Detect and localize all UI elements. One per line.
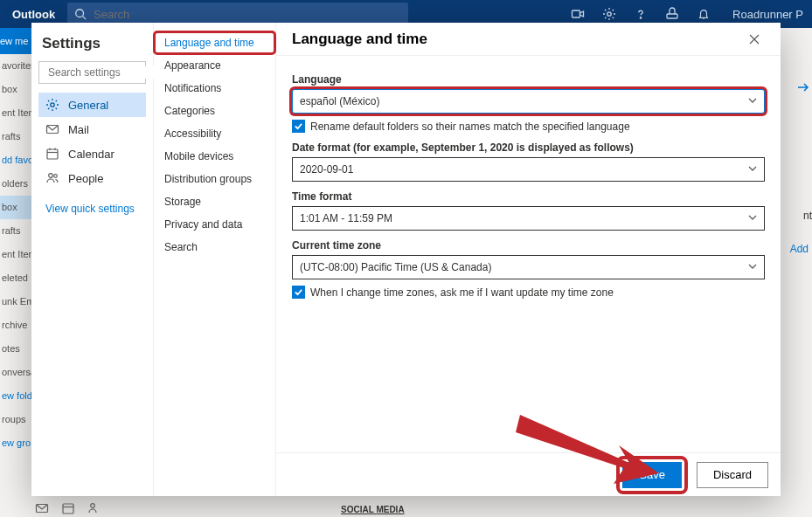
subitem-accessibility[interactable]: Accessibility [154, 122, 275, 145]
help-icon[interactable] [633, 6, 649, 22]
chevron-down-icon [748, 212, 757, 224]
checkbox-checked-icon [292, 120, 305, 133]
settings-subnav: Language and time Appearance Notificatio… [154, 23, 276, 496]
pane-footer: Save Discard [276, 452, 781, 496]
diagnostics-icon[interactable] [664, 6, 680, 22]
folder-list: avorites box ent Item rafts dd favo olde… [0, 54, 31, 517]
pane-header: Language and time [276, 23, 781, 56]
folder-item[interactable]: ent Item [0, 101, 31, 125]
settings-nav: Settings General Mail Calendar People Vi… [31, 23, 154, 496]
subitem-search[interactable]: Search [154, 236, 275, 258]
timezone-select[interactable]: (UTC-08:00) Pacific Time (US & Canada) [292, 255, 765, 279]
settings-gear-icon[interactable] [601, 6, 617, 22]
app-logo: Outlook [0, 8, 67, 21]
close-button[interactable] [744, 29, 765, 50]
subitem-language-and-time[interactable]: Language and time [154, 31, 275, 54]
timezone-value: (UTC-08:00) Pacific Time (US & Canada) [300, 261, 491, 273]
save-button[interactable]: Save [622, 462, 682, 488]
category-label: Calendar [68, 148, 115, 161]
search-icon [74, 8, 87, 20]
peek-text: nt [803, 210, 812, 222]
discard-button[interactable]: Discard [697, 462, 768, 488]
svg-point-3 [607, 12, 611, 16]
save-highlight: Save [616, 456, 688, 494]
calendar-module-icon[interactable] [61, 501, 75, 515]
mail-module-icon[interactable] [35, 501, 49, 515]
view-quick-settings-link[interactable]: View quick settings [38, 203, 146, 215]
pane-body: Language español (México) Rename default… [276, 56, 781, 452]
language-value: español (México) [300, 95, 379, 107]
pane-title: Language and time [292, 31, 427, 48]
global-search-input[interactable] [94, 8, 408, 21]
chevron-down-icon [748, 95, 757, 107]
subitem-appearance[interactable]: Appearance [154, 54, 275, 77]
social-media-heading: SOCIAL MEDIA [341, 505, 405, 514]
notifications-bell-icon[interactable] [696, 6, 711, 22]
time-format-select[interactable]: 1:01 AM - 11:59 PM [292, 206, 765, 231]
category-people[interactable]: People [38, 166, 146, 190]
category-mail[interactable]: Mail [38, 117, 146, 141]
svg-rect-10 [47, 149, 58, 159]
folder-item[interactable]: rafts [0, 125, 31, 148]
gear-icon [45, 98, 59, 112]
user-name[interactable]: Roadrunner P [732, 8, 803, 21]
rename-folders-label: Rename default folders so their names ma… [310, 121, 630, 133]
svg-point-4 [640, 17, 641, 18]
svg-point-15 [54, 175, 58, 178]
meet-now-icon[interactable] [570, 6, 586, 22]
peek-add[interactable]: Add [790, 243, 809, 255]
date-format-value: 2020-09-01 [300, 163, 353, 176]
category-general[interactable]: General [38, 93, 146, 117]
svg-point-22 [91, 504, 95, 508]
folder-item[interactable]: ew fold [0, 384, 31, 408]
module-switcher [35, 501, 101, 515]
subitem-categories[interactable]: Categories [154, 100, 275, 122]
folder-item[interactable]: olders [0, 172, 31, 196]
peek-arrow-icon[interactable] [795, 79, 812, 99]
subitem-notifications[interactable]: Notifications [154, 77, 275, 100]
svg-rect-20 [63, 504, 73, 514]
folder-item[interactable]: ent Item [0, 243, 31, 266]
svg-rect-2 [573, 10, 580, 17]
settings-title: Settings [38, 35, 146, 52]
subitem-storage[interactable]: Storage [154, 190, 275, 213]
svg-point-0 [76, 10, 84, 17]
settings-dialog: Settings General Mail Calendar People Vi… [31, 23, 781, 496]
rename-folders-checkbox[interactable]: Rename default folders so their names ma… [292, 120, 765, 133]
people-icon [45, 171, 59, 185]
timezone-ask-checkbox[interactable]: When I change time zones, ask me if I wa… [292, 286, 765, 299]
svg-rect-5 [667, 14, 677, 18]
subitem-distribution-groups[interactable]: Distribution groups [154, 168, 275, 190]
folder-item[interactable]: rchive [0, 314, 31, 337]
language-select[interactable]: español (México) [292, 89, 765, 114]
chevron-down-icon [748, 163, 757, 176]
mail-icon [45, 122, 59, 136]
chevron-down-icon [748, 261, 757, 273]
folder-item[interactable]: box [0, 78, 31, 101]
svg-line-1 [83, 17, 87, 20]
category-label: General [68, 99, 108, 112]
folder-item[interactable]: dd favo [0, 148, 31, 172]
folder-item[interactable]: eleted I [0, 266, 31, 290]
settings-pane: Language and time Language español (Méxi… [276, 23, 781, 496]
folder-item[interactable]: otes [0, 337, 31, 361]
subitem-privacy-and-data[interactable]: Privacy and data [154, 213, 275, 236]
subitem-mobile-devices[interactable]: Mobile devices [154, 145, 275, 168]
folder-item-selected[interactable]: box [0, 196, 31, 219]
date-format-label: Date format (for example, September 1, 2… [292, 141, 765, 154]
close-icon [748, 33, 760, 45]
folder-item[interactable]: ew gro [0, 431, 31, 455]
svg-point-8 [51, 103, 54, 107]
category-calendar[interactable]: Calendar [38, 141, 146, 166]
date-format-select[interactable]: 2020-09-01 [292, 157, 765, 182]
folder-item[interactable]: onversa [0, 361, 31, 384]
people-module-icon[interactable] [87, 501, 101, 515]
folder-item[interactable]: avorites [0, 54, 31, 78]
settings-search[interactable] [38, 61, 146, 84]
folder-item[interactable]: rafts [0, 219, 31, 243]
folder-item[interactable]: unk Ema [0, 290, 31, 314]
header-actions: Roadrunner P [570, 6, 812, 22]
timezone-label: Current time zone [292, 239, 765, 252]
new-message-button[interactable]: ew me [0, 28, 31, 54]
folder-item[interactable]: roups [0, 408, 31, 431]
